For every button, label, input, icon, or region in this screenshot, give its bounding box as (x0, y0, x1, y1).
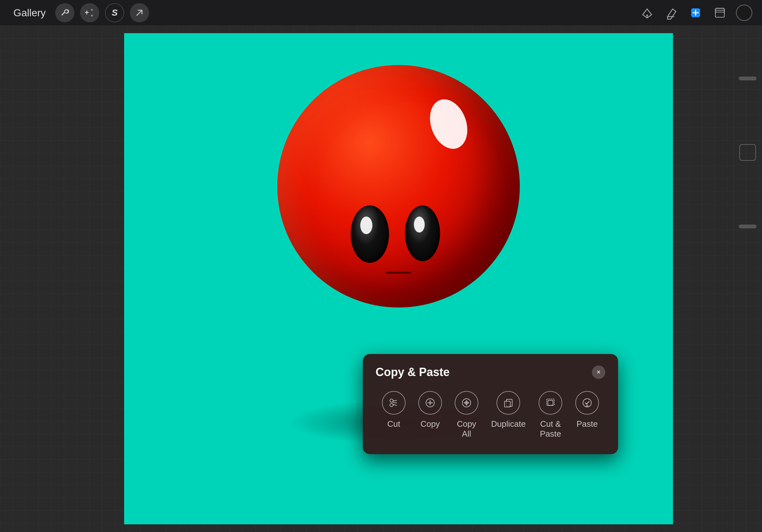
copy-all-label: Copy All (455, 419, 478, 439)
cut-paste-button[interactable]: Cut & Paste (532, 388, 569, 442)
duplicate-button[interactable]: Duplicate (485, 388, 532, 442)
opacity-indicator[interactable] (739, 144, 756, 161)
eye-left (351, 205, 389, 263)
toolbar: Gallery S (0, 0, 762, 26)
cut-icon-circle (382, 391, 406, 415)
magic-wand-button[interactable] (80, 3, 99, 22)
arrow-icon (135, 8, 144, 17)
svg-point-0 (647, 15, 648, 16)
drawing-canvas[interactable]: Copy & Paste × Cut (124, 33, 673, 524)
cut-button[interactable]: Cut (376, 388, 412, 442)
popup-title: Copy & Paste (376, 366, 450, 379)
svg-point-5 (390, 403, 393, 407)
ball-highlight (423, 94, 474, 154)
copy-button[interactable]: Copy (412, 388, 448, 442)
canvas-container: Copy & Paste × Cut (64, 26, 733, 532)
magic-wand-icon (85, 8, 95, 18)
arrow-button[interactable] (130, 3, 149, 22)
brush-icon (689, 6, 703, 20)
svg-rect-4 (716, 12, 724, 17)
copy-all-icon (461, 398, 472, 408)
paste-icon-circle (575, 391, 599, 415)
eye-right-highlight (414, 217, 425, 233)
brush-size-slider[interactable] (739, 77, 757, 80)
script-s-button[interactable]: S (105, 3, 124, 22)
svg-rect-11 (504, 401, 510, 407)
popup-actions: Cut Copy (376, 388, 605, 442)
scissors-icon (389, 398, 399, 408)
svg-point-6 (390, 399, 393, 402)
svg-rect-13 (548, 400, 553, 405)
toolbar-left: Gallery S (10, 3, 149, 22)
eye-right (405, 205, 440, 261)
copy-icon-circle (418, 391, 442, 415)
paste-icon (582, 398, 592, 408)
paste-label: Paste (576, 419, 598, 429)
eye-left-highlight (360, 217, 372, 234)
cut-paste-label: Cut & Paste (538, 419, 563, 439)
mouth (386, 272, 411, 274)
gallery-button[interactable]: Gallery (10, 4, 49, 21)
cut-label: Cut (387, 419, 400, 429)
copy-paste-popup: Copy & Paste × Cut (363, 354, 618, 454)
color-picker-button[interactable] (736, 4, 752, 21)
layers-icon (713, 6, 727, 20)
pen-nib-tool[interactable] (639, 4, 655, 21)
pen-nib-icon (640, 6, 654, 20)
toolbar-right (639, 4, 752, 21)
duplicate-icon (503, 398, 513, 408)
cut-paste-icon (545, 398, 556, 408)
red-ball (277, 65, 520, 307)
wrench-icon (60, 8, 70, 18)
popup-close-button[interactable]: × (592, 366, 605, 379)
popup-header: Copy & Paste × (376, 366, 605, 379)
copy-label: Copy (420, 419, 440, 429)
right-sidebar (733, 26, 762, 532)
brush-tool[interactable] (687, 4, 704, 21)
left-sidebar (0, 26, 64, 532)
cut-paste-icon-circle (539, 391, 562, 415)
copy-all-icon-circle (455, 391, 478, 415)
copy-all-button[interactable]: Copy All (448, 388, 485, 442)
copy-icon (425, 398, 435, 408)
layers-button[interactable] (712, 4, 728, 21)
wrench-button[interactable] (55, 3, 74, 22)
eraser-tool[interactable] (663, 4, 680, 21)
duplicate-icon-circle (496, 391, 520, 415)
eraser-icon (664, 6, 678, 20)
paste-button[interactable]: Paste (569, 388, 605, 442)
script-s-icon: S (112, 8, 118, 18)
opacity-slider[interactable] (739, 225, 757, 229)
duplicate-label: Duplicate (491, 419, 526, 429)
